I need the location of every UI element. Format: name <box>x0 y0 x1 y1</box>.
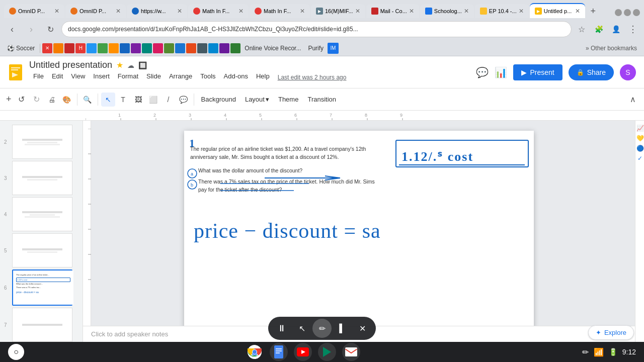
bookmark-soccer[interactable]: ⚽ Soccer <box>4 44 38 53</box>
share-btn[interactable]: 🔒 Share <box>569 64 614 80</box>
cursor-tool-btn[interactable]: ↖ <box>101 93 115 107</box>
comments-icon[interactable]: 💬 <box>476 66 489 78</box>
collapse-toolbar-btn[interactable]: ∧ <box>626 93 640 107</box>
highlighter-tool-btn[interactable]: ▌ <box>333 319 352 338</box>
comment-btn[interactable]: 💬 <box>177 93 191 107</box>
drive-icon[interactable]: ☁ <box>127 61 134 69</box>
taskbar-youtube-icon[interactable] <box>294 343 312 361</box>
extensions-btn[interactable]: 🧩 <box>592 22 606 36</box>
right-panel-icon-2[interactable]: 💛 <box>636 135 643 142</box>
tab-mail[interactable]: Mail - Co... ✕ <box>366 4 419 18</box>
bookmark-17[interactable] <box>219 43 229 53</box>
line-btn[interactable]: / <box>162 93 176 107</box>
menu-arrange[interactable]: Arrange <box>165 71 196 84</box>
right-panel-icon-4[interactable]: ✓ <box>636 155 643 162</box>
transition-btn[interactable]: Transition <box>303 93 340 107</box>
bookmark-13[interactable] <box>175 43 185 53</box>
taskbar-gmail-icon[interactable] <box>342 343 360 361</box>
layout-btn[interactable]: Layout▾ <box>241 93 273 107</box>
tab-16m[interactable]: ▶ 16(M)MIF... ✕ <box>311 4 365 18</box>
back-btn[interactable]: ‹ <box>4 21 20 37</box>
pen-tool-btn[interactable]: ✏ <box>312 319 332 338</box>
tab-https[interactable]: https://w... ✕ <box>127 4 187 18</box>
present-btn[interactable]: ▶ Present <box>513 64 562 80</box>
paint-format-btn[interactable]: 🎨 <box>60 93 74 107</box>
slide-thumb-7[interactable]: 7 <box>12 308 72 342</box>
wifi-icon[interactable]: 📶 <box>594 347 604 357</box>
bookmark-16[interactable] <box>208 43 218 53</box>
bookmark-15[interactable] <box>197 43 207 53</box>
pen-icon[interactable]: ✏ <box>582 347 589 357</box>
menu-slide[interactable]: Slide <box>142 71 165 84</box>
tab-close-icon[interactable]: ✕ <box>519 8 524 15</box>
bookmark-5[interactable] <box>87 43 97 53</box>
bookmark-4[interactable]: H <box>75 43 86 53</box>
address-input[interactable]: docs.google.com/presentation/d/1xuKoFnpR… <box>61 21 572 37</box>
slide-thumb-2[interactable]: 2 <box>12 125 72 159</box>
right-panel-icon-3[interactable]: 🔵 <box>636 145 643 152</box>
redo-btn[interactable]: ↻ <box>30 93 44 107</box>
menu-edit[interactable]: Edit <box>48 71 67 84</box>
image-btn[interactable]: 🖼 <box>131 93 145 107</box>
user-avatar[interactable]: S <box>620 64 636 80</box>
bookmark-star-btn[interactable]: ☆ <box>575 22 589 36</box>
slide-thumb-5[interactable]: 5 <box>12 233 72 267</box>
bookmark-9[interactable] <box>131 43 141 53</box>
account-circle-icon[interactable]: ○ <box>8 344 24 360</box>
bookmark-14[interactable] <box>186 43 196 53</box>
background-btn[interactable]: Background <box>197 93 240 107</box>
tab-close-icon[interactable]: ✕ <box>116 8 121 15</box>
close-btn[interactable] <box>633 9 640 16</box>
bookmark-online-voice[interactable]: Online Voice Recor... <box>242 44 304 53</box>
menu-dots-btn[interactable]: ⋮ <box>626 22 640 36</box>
close-annotation-btn[interactable]: ✕ <box>353 319 372 338</box>
app-title[interactable]: Untitled presentation <box>29 60 112 70</box>
tab-math-1[interactable]: Math In F... ✕ <box>188 4 249 18</box>
tab-close-active-icon[interactable]: ✕ <box>575 8 580 15</box>
slide-thumb-6-active[interactable]: 6 The regular price of an airline ticket… <box>12 269 72 306</box>
tab-close-icon[interactable]: ✕ <box>409 8 414 15</box>
tab-ep[interactable]: EP 10.4 -... ✕ <box>475 4 529 18</box>
profile-btn[interactable]: 👤 <box>609 22 623 36</box>
bookmark-12[interactable] <box>164 43 174 53</box>
slide-canvas[interactable]: The regular price of an airline ticket w… <box>184 131 534 328</box>
maximize-btn[interactable] <box>624 9 631 16</box>
tab-close-icon[interactable]: ✕ <box>300 8 305 15</box>
forward-btn[interactable]: › <box>23 21 39 37</box>
explore-btn[interactable]: ✦ Explore <box>588 325 634 340</box>
menu-help[interactable]: Help <box>252 71 274 84</box>
print-btn[interactable]: 🖨 <box>45 93 59 107</box>
shapes-btn[interactable]: ⬜ <box>146 93 160 107</box>
tab-omniid-1[interactable]: OmnID P... ✕ <box>4 4 64 18</box>
tab-untitled-active[interactable]: ▶ Untitled p... ✕ <box>530 3 585 18</box>
bookmark-11[interactable] <box>153 43 163 53</box>
zoom-btn[interactable]: 🔍 <box>80 93 95 107</box>
taskbar-chrome-icon[interactable] <box>246 343 264 361</box>
menu-insert[interactable]: Insert <box>89 71 114 84</box>
right-panel-icon-1[interactable]: 📈 <box>636 125 643 132</box>
add-slide-btn[interactable]: + <box>4 92 14 107</box>
minimize-btn[interactable] <box>615 9 622 16</box>
menu-format[interactable]: Format <box>114 71 142 84</box>
bookmark-8[interactable] <box>120 43 130 53</box>
arrow-tool-btn[interactable]: ↖ <box>292 319 311 338</box>
present-dropdown-btn[interactable]: 📊 <box>495 66 507 78</box>
menu-addons[interactable]: Add-ons <box>220 71 252 84</box>
tab-close-icon[interactable]: ✕ <box>238 8 244 15</box>
bookmark-more[interactable]: » Other bookmarks <box>583 44 640 53</box>
bookmark-7[interactable] <box>109 43 119 53</box>
tab-omniid-2[interactable]: OmnID P... ✕ <box>65 4 126 18</box>
tab-close-icon[interactable]: ✕ <box>355 8 360 15</box>
tab-close-icon[interactable]: ✕ <box>177 8 182 15</box>
bookmark-3[interactable] <box>64 43 74 53</box>
bookmark-lm[interactable]: lM <box>328 43 339 54</box>
taskbar-docs-icon[interactable] <box>270 343 288 361</box>
undo-btn[interactable]: ↺ <box>15 93 29 107</box>
menu-file[interactable]: File <box>29 71 48 84</box>
pause-btn[interactable]: ⏸ <box>272 319 291 338</box>
reload-btn[interactable]: ↻ <box>42 21 58 37</box>
bookmark-6[interactable] <box>98 43 108 53</box>
star-icon[interactable]: ★ <box>116 60 123 70</box>
text-box-btn[interactable]: T <box>116 93 130 107</box>
tab-math-2[interactable]: Math In F... ✕ <box>250 4 310 18</box>
